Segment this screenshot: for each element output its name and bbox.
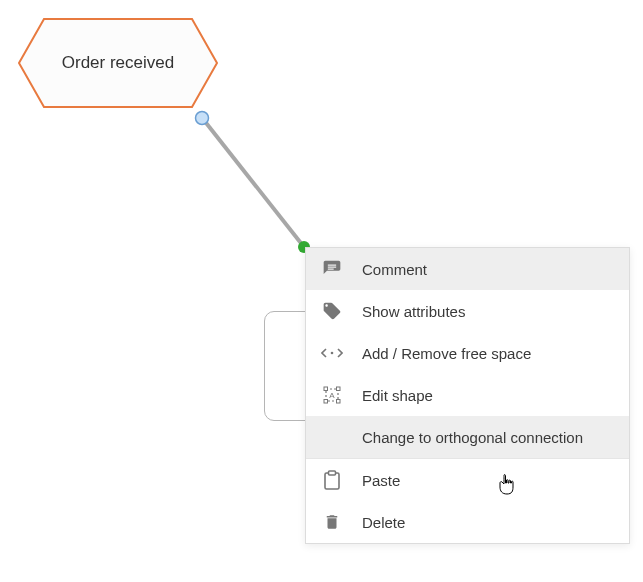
trash-icon	[320, 510, 344, 534]
event-node[interactable]: Order received	[18, 18, 218, 108]
svg-rect-5	[324, 400, 328, 404]
expand-horizontal-icon	[320, 341, 344, 365]
context-menu: Comment Show attributes Add / Remove fre…	[305, 247, 630, 544]
menu-item-label: Change to orthogonal connection	[362, 429, 615, 446]
menu-item-label: Paste	[362, 472, 615, 489]
menu-item-label: Comment	[362, 261, 615, 278]
paste-icon	[320, 468, 344, 492]
menu-item-free-space[interactable]: Add / Remove free space	[306, 332, 629, 374]
svg-rect-6	[337, 400, 341, 404]
svg-rect-3	[324, 387, 328, 391]
menu-item-label: Edit shape	[362, 387, 615, 404]
menu-item-label: Show attributes	[362, 303, 615, 320]
svg-text:A: A	[329, 391, 335, 400]
comment-icon	[320, 257, 344, 281]
menu-item-show-attributes[interactable]: Show attributes	[306, 290, 629, 332]
menu-item-delete[interactable]: Delete	[306, 501, 629, 543]
event-node-label: Order received	[18, 18, 218, 108]
svg-point-1	[331, 352, 334, 355]
svg-rect-4	[337, 387, 341, 391]
menu-item-paste[interactable]: Paste	[306, 459, 629, 501]
menu-item-orthogonal-connection[interactable]: Change to orthogonal connection	[306, 416, 629, 458]
connector-line[interactable]	[203, 119, 304, 247]
menu-item-edit-shape[interactable]: A Edit shape	[306, 374, 629, 416]
tag-icon	[320, 299, 344, 323]
menu-item-label: Delete	[362, 514, 615, 531]
svg-rect-9	[329, 471, 336, 475]
connector-endpoint[interactable]	[196, 112, 209, 125]
edit-shape-icon: A	[320, 383, 344, 407]
menu-item-label: Add / Remove free space	[362, 345, 615, 362]
canvas[interactable]: Order received Comment Show attributes A…	[0, 0, 643, 582]
menu-item-comment[interactable]: Comment	[306, 248, 629, 290]
blank-icon	[320, 425, 344, 449]
